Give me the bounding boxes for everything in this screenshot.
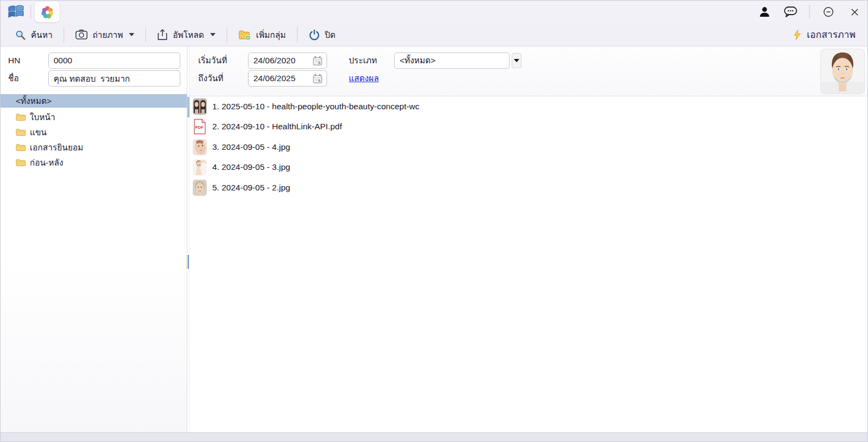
take-photo-button-label: ถ่ายภาพ: [93, 28, 123, 42]
end-date-label: ถึงวันที่: [198, 70, 223, 87]
minimize-button[interactable]: [821, 4, 836, 19]
start-date-field[interactable]: [248, 52, 327, 69]
chevron-down-icon: [514, 59, 519, 62]
photo-thumbnail: [193, 180, 207, 196]
file-label: 1. 2025-05-10 - health-people-youth-beau…: [212, 102, 420, 111]
type-combobox[interactable]: <ทั้งหมด>: [394, 52, 510, 69]
module-title-label: เอกสารภาพ: [807, 27, 856, 42]
photos-pinwheel-icon: [40, 5, 55, 19]
start-date-input[interactable]: [253, 56, 311, 65]
filter-header: เริ่มวันที่ ถึงวันที่: [190, 47, 867, 96]
tree-item-label: <ทั้งหมด>: [16, 94, 51, 108]
patient-panel: HN ชื่อ <ทั้งหมด> ใบหน้า: [1, 47, 187, 432]
toolbar-divider: [145, 27, 146, 42]
lightning-icon: [793, 29, 801, 41]
photo-thumbnail: [193, 139, 207, 155]
upload-dropdown-caret[interactable]: [210, 33, 216, 36]
module-title: เอกสารภาพ: [793, 27, 860, 42]
titlebar-controls: [757, 1, 862, 23]
close-app-button-label: ปิด: [325, 28, 336, 42]
hn-label: HN: [8, 52, 20, 69]
tree-item-before-after[interactable]: ก่อน-หลัง: [1, 155, 187, 170]
titlebar-divider: [30, 5, 31, 19]
end-date-field[interactable]: [248, 70, 327, 87]
chat-icon[interactable]: [783, 4, 798, 19]
end-date-input[interactable]: [253, 74, 311, 83]
show-results-link[interactable]: แสดงผล: [349, 70, 379, 87]
camera-icon: [75, 29, 88, 40]
windows-logo-icon[interactable]: [8, 4, 25, 20]
calendar-icon[interactable]: [311, 72, 323, 85]
tree-item-face[interactable]: ใบหน้า: [1, 109, 187, 124]
patient-face-image: [821, 49, 864, 94]
folder-icon: [16, 128, 26, 136]
tree-item-arm[interactable]: แขน: [1, 124, 187, 140]
titlebar: [1, 1, 867, 23]
calendar-icon[interactable]: [311, 54, 323, 67]
upload-icon: [157, 29, 168, 41]
documents-panel: เริ่มวันที่ ถึงวันที่: [190, 47, 867, 432]
type-combobox-arrow[interactable]: [512, 53, 521, 68]
folder-icon: [16, 159, 26, 167]
svg-text:PDF: PDF: [195, 125, 204, 130]
tree-item-label: ใบหน้า: [30, 110, 55, 124]
search-icon: [15, 29, 26, 41]
window-bottom-border: [1, 432, 867, 441]
photo-thumbnail: [193, 98, 207, 115]
app-window: ค้นหา ถ่ายภาพ อัพโหลด: [0, 0, 868, 442]
file-label: 2. 2024-09-10 - HealthLink-API.pdf: [212, 122, 342, 131]
pdf-icon: PDF: [193, 118, 207, 135]
toolbar: ค้นหา ถ่ายภาพ อัพโหลด: [1, 23, 867, 47]
patient-photo-thumbnail[interactable]: [821, 49, 864, 94]
file-label: 3. 2024-09-05 - 4.jpg: [212, 142, 290, 152]
file-label: 5. 2024-09-05 - 2.jpg: [212, 183, 290, 193]
search-button[interactable]: ค้นหา: [8, 25, 59, 45]
photos-app-tab[interactable]: [35, 2, 60, 22]
toolbar-divider: [63, 27, 64, 42]
power-icon: [309, 29, 320, 41]
file-row-4[interactable]: 4. 2024-09-05 - 3.jpg: [190, 157, 867, 178]
tree-item-consent[interactable]: เอกสารยินยอม: [1, 140, 187, 155]
folder-icon: [16, 143, 26, 151]
toolbar-divider: [297, 27, 298, 42]
type-label: ประเภท: [349, 52, 377, 69]
add-group-button-label: เพิ่มกลุ่ม: [256, 28, 286, 42]
upload-button[interactable]: อัพโหลด: [151, 25, 222, 45]
folder-plus-icon: [238, 29, 251, 41]
name-label: ชื่อ: [8, 70, 19, 87]
search-button-label: ค้นหา: [31, 28, 53, 42]
folder-icon: [16, 113, 26, 121]
file-row-5[interactable]: 5. 2024-09-05 - 2.jpg: [190, 177, 867, 198]
file-label: 4. 2024-09-05 - 3.jpg: [212, 162, 290, 172]
file-row-1[interactable]: 1. 2025-05-10 - health-people-youth-beau…: [190, 96, 867, 117]
tree-item-label: เอกสารยินยอม: [30, 141, 83, 154]
photo-thumbnail: [193, 159, 207, 175]
take-photo-button[interactable]: ถ่ายภาพ: [69, 25, 141, 45]
file-list: 1. 2025-05-10 - health-people-youth-beau…: [190, 96, 867, 432]
file-row-3[interactable]: 3. 2024-09-05 - 4.jpg: [190, 137, 867, 157]
titlebar-divider: [809, 5, 810, 19]
close-app-button[interactable]: ปิด: [302, 25, 342, 45]
name-input[interactable]: [48, 70, 180, 87]
add-group-button[interactable]: เพิ่มกลุ่ม: [232, 25, 292, 45]
tree-item-label: ก่อน-หลัง: [30, 156, 63, 169]
tree-item-label: แขน: [30, 126, 47, 139]
take-photo-dropdown-caret[interactable]: [129, 33, 134, 36]
start-date-label: เริ่มวันที่: [198, 52, 227, 69]
content-area: HN ชื่อ <ทั้งหมด> ใบหน้า: [1, 47, 867, 432]
tree-item-all[interactable]: <ทั้งหมด>: [1, 94, 187, 108]
upload-button-label: อัพโหลด: [173, 28, 204, 42]
toolbar-divider: [226, 27, 227, 42]
user-icon[interactable]: [757, 4, 772, 19]
file-row-2[interactable]: PDF 2. 2024-09-10 - HealthLink-API.pdf: [190, 117, 867, 137]
group-tree: <ทั้งหมด> ใบหน้า แขน: [1, 94, 187, 170]
hn-input[interactable]: [48, 52, 180, 69]
close-button[interactable]: [847, 4, 862, 19]
